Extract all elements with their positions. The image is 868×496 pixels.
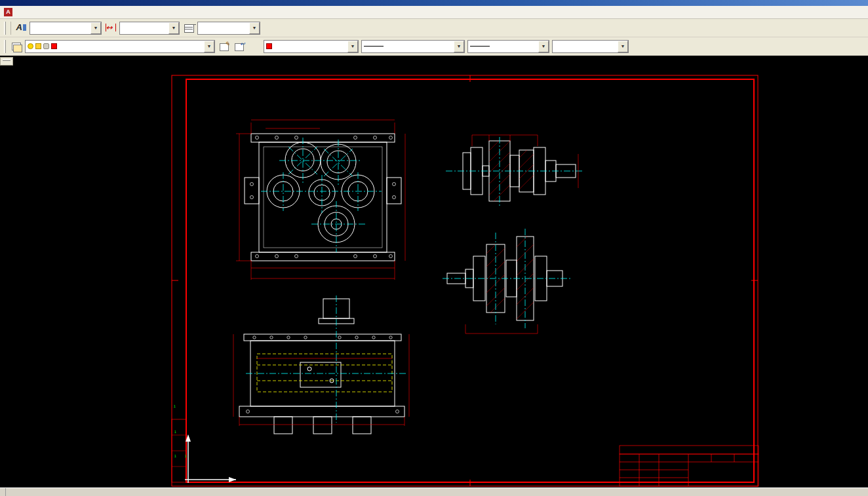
chevron-down-icon: ▼ [618,41,628,52]
main-view-dim-lines [236,120,405,280]
section-1-dim-lines [472,135,578,188]
draw-toolbar [0,57,13,66]
toolbar-grip[interactable] [3,59,10,61]
layer-color-swatch [51,43,57,49]
layer-lock-icon[interactable] [43,43,49,49]
table-style-combo[interactable]: ▼ [197,22,260,35]
drawing-canvas[interactable]: 1111 [0,56,868,487]
chevron-down-icon[interactable]: ▼ [204,41,214,52]
cad-drawing: 1111 [13,56,868,487]
table-style-manager-icon[interactable] [181,21,196,35]
toolbar-grip[interactable] [4,22,6,35]
svg-text:1: 1 [174,404,176,408]
svg-text:1: 1 [185,454,187,458]
housing-front-view [239,299,404,434]
svg-text:1: 1 [174,430,176,434]
text-style-combo[interactable]: ▼ [30,22,102,35]
layer-combo[interactable]: ▼ [25,40,215,53]
layer-properties-manager-icon[interactable] [9,39,24,54]
layout-tab-bar [0,487,868,496]
autocad-window: A ▼ ▼ ▼ ▼ [0,0,868,496]
lineweight-sample [470,46,490,47]
section-2-centerlines [443,229,570,328]
section-2-hatch [486,237,534,319]
title-bar [0,0,868,6]
layer-previous-icon[interactable] [231,39,247,54]
margin-marks: 1111 [174,404,187,458]
layers-toolbar: ▼ ▼ ▼ ▼ ▼ [0,37,868,56]
layer-on-bulb-icon[interactable] [28,43,33,49]
chevron-down-icon[interactable]: ▼ [249,22,260,34]
toolbar-grip[interactable] [4,40,6,53]
svg-text:1: 1 [174,454,176,458]
lineweight-combo[interactable]: ▼ [467,40,549,53]
standard-toolbar: ▼ ▼ ▼ [0,19,868,37]
section-1-centerlines [446,137,582,206]
front-view-dim-lines [233,334,409,426]
chevron-down-icon[interactable]: ▼ [168,22,179,34]
linetype-sample [364,46,384,47]
chevron-down-icon[interactable]: ▼ [90,22,101,34]
color-combo[interactable]: ▼ [264,40,359,53]
dim-style-combo[interactable]: ▼ [119,22,180,35]
section-2-dim-lines [465,324,538,334]
linetype-combo[interactable]: ▼ [361,40,465,53]
title-block [620,446,759,486]
tabbar-filler [6,488,868,496]
chevron-down-icon[interactable]: ▼ [538,41,549,52]
plot-style-combo: ▼ [552,40,629,53]
main-top-view [245,134,401,261]
chevron-down-icon[interactable]: ▼ [454,41,464,52]
front-view-centerlines [246,296,406,423]
current-color-swatch [266,43,272,49]
toolbar-separator [10,22,11,35]
front-view-hidden-lines [257,354,392,392]
menu-bar: A [0,6,868,19]
document-icon[interactable]: A [4,8,12,16]
ucs-icon [185,434,236,483]
layer-freeze-sun-icon[interactable] [35,43,41,49]
tab-nav-buttons [0,488,6,496]
text-style-manager-icon[interactable] [13,21,28,35]
dim-style-manager-icon[interactable] [103,21,118,35]
make-object-layer-current-icon[interactable] [216,39,231,54]
chevron-down-icon[interactable]: ▼ [347,41,358,52]
